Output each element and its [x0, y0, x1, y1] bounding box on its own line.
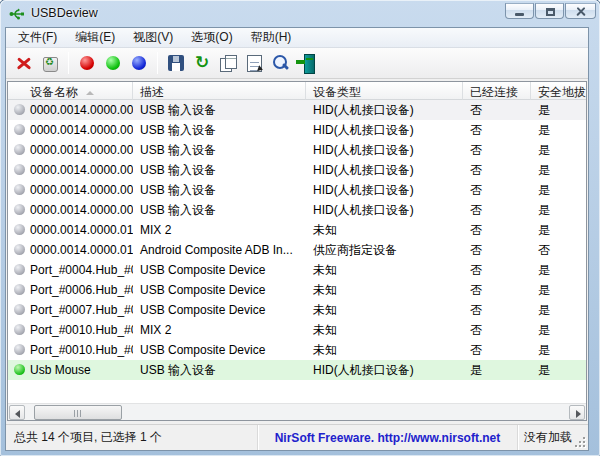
column-header-2[interactable]: 描述 [133, 82, 306, 100]
device-description-cell: USB 输入设备 [133, 360, 306, 380]
red-ball-icon[interactable] [80, 56, 94, 70]
device-name: 0000.0014.0000.004... [30, 103, 133, 117]
horizontal-scrollbar[interactable] [8, 403, 586, 420]
device-safe-unplug-cell: 是 [531, 300, 586, 320]
device-description: USB Composite Device [140, 303, 265, 317]
device-type-cell: HID(人机接口设备) [306, 180, 463, 200]
device-name: Port_#0004.Hub_#0... [30, 263, 133, 277]
properties-icon[interactable] [243, 52, 265, 74]
device-description: USB Composite Device [140, 283, 265, 297]
column-header-3[interactable]: 设备类型 [306, 82, 463, 100]
device-name: Port_#0006.Hub_#0... [30, 283, 133, 297]
save-icon[interactable] [165, 52, 187, 74]
device-safe-unplug: 是 [538, 183, 550, 197]
app-window: USBDeview 文件(F)编辑(E)视图(V)选项(O)帮助(H) ↻ 设备… [0, 0, 600, 456]
title-bar[interactable]: USBDeview [0, 0, 600, 27]
device-description: USB Composite Device [140, 263, 265, 277]
device-safe-unplug: 是 [538, 163, 550, 177]
menu-item-edit[interactable]: 编辑(E) [66, 27, 124, 49]
resize-grip[interactable] [573, 435, 587, 449]
table-row[interactable]: 0000.0014.0000.004...USB 输入设备HID(人机接口设备)… [8, 120, 586, 140]
find-icon[interactable] [269, 52, 291, 74]
device-connected-cell: 否 [463, 120, 531, 140]
close-icon [575, 6, 586, 17]
minimize-button[interactable] [505, 3, 534, 19]
uninstall-icon[interactable] [13, 52, 35, 74]
device-name: 0000.0014.0000.007... [30, 183, 133, 197]
green-ball-icon[interactable] [106, 56, 120, 70]
device-type-cell: HID(人机接口设备) [306, 160, 463, 180]
device-connected: 否 [470, 263, 482, 277]
close-button[interactable] [565, 3, 596, 19]
right-arrow-icon [576, 410, 581, 418]
left-arrow-icon [15, 410, 20, 418]
window-title: USBDeview [31, 6, 98, 20]
device-description-cell: Android Composite ADB In... [133, 240, 306, 260]
table-body: 0000.0014.0000.004...USB 输入设备HID(人机接口设备)… [8, 100, 586, 403]
device-type: HID(人机接口设备) [313, 183, 414, 197]
device-connected-cell: 否 [463, 300, 531, 320]
gray-ball-icon [14, 124, 25, 135]
device-type-cell: HID(人机接口设备) [306, 360, 463, 380]
table-row[interactable]: 0000.0014.0000.007...USB 输入设备HID(人机接口设备)… [8, 180, 586, 200]
device-connected: 否 [470, 203, 482, 217]
status-nirsoft-pane: NirSoft Freeware. http://www.nirsoft.net [258, 425, 518, 450]
table-row[interactable]: Usb MouseUSB 输入设备HID(人机接口设备)是是 [8, 360, 586, 380]
device-safe-unplug: 是 [538, 223, 550, 237]
device-safe-unplug-cell: 是 [531, 100, 586, 120]
blue-ball-icon[interactable] [132, 56, 146, 70]
device-name-cell: 0000.0014.0000.010... [8, 240, 133, 260]
device-connected: 否 [470, 303, 482, 317]
menu-item-view[interactable]: 视图(V) [124, 27, 182, 49]
column-header-label: 安全地拔出 [538, 85, 587, 99]
copy-icon[interactable] [217, 52, 239, 74]
scroll-right-button[interactable] [569, 405, 585, 420]
table-row[interactable]: Port_#0010.Hub_#0...USB Composite Device… [8, 340, 586, 360]
table-row[interactable]: 0000.0014.0000.010...Android Composite A… [8, 240, 586, 260]
column-header-1[interactable]: 设备名称 [8, 82, 133, 100]
device-description-cell: USB 输入设备 [133, 140, 306, 160]
column-header-5[interactable]: 安全地拔出 [531, 82, 587, 100]
device-name: 0000.0014.0000.006... [30, 143, 133, 157]
table-row[interactable]: 0000.0014.0000.006...USB 输入设备HID(人机接口设备)… [8, 140, 586, 160]
column-header-4[interactable]: 已经连接 [463, 82, 531, 100]
device-connected: 否 [470, 283, 482, 297]
toolbar: ↻ [6, 48, 588, 79]
gray-ball-icon [14, 264, 25, 275]
exit-icon[interactable] [295, 52, 317, 74]
device-description-cell: USB 输入设备 [133, 120, 306, 140]
nirsoft-link[interactable]: NirSoft Freeware. http://www.nirsoft.net [275, 431, 501, 445]
menu-item-help[interactable]: 帮助(H) [242, 27, 301, 49]
device-connected: 否 [470, 183, 482, 197]
table-row[interactable]: Port_#0006.Hub_#0...USB Composite Device… [8, 280, 586, 300]
maximize-button[interactable] [535, 3, 564, 19]
refresh-icon[interactable]: ↻ [191, 52, 213, 74]
device-name-cell: Port_#0007.Hub_#0... [8, 300, 133, 320]
device-name-cell: 0000.0014.0000.006... [8, 160, 133, 180]
device-type: 未知 [313, 283, 337, 297]
gray-ball-icon [14, 244, 25, 255]
table-row[interactable]: 0000.0014.0000.007...USB 输入设备HID(人机接口设备)… [8, 200, 586, 220]
device-name-cell: 0000.0014.0000.004... [8, 100, 133, 120]
table-row[interactable]: 0000.0014.0000.006...USB 输入设备HID(人机接口设备)… [8, 160, 586, 180]
menu-item-options[interactable]: 选项(O) [182, 27, 241, 49]
gray-ball-icon [14, 304, 25, 315]
scrollbar-thumb[interactable] [34, 405, 122, 420]
table-row[interactable]: Port_#0007.Hub_#0...USB Composite Device… [8, 300, 586, 320]
menu-item-file[interactable]: 文件(F) [9, 27, 66, 49]
device-name-cell: Port_#0010.Hub_#0... [8, 320, 133, 340]
table-row[interactable]: Port_#0004.Hub_#0...USB Composite Device… [8, 260, 586, 280]
table-row[interactable]: 0000.0014.0000.010...MIX 2未知否是 [8, 220, 586, 240]
device-safe-unplug-cell: 是 [531, 360, 586, 380]
device-type: HID(人机接口设备) [313, 163, 414, 177]
device-name-cell: 0000.0014.0000.010... [8, 220, 133, 240]
trash-icon[interactable] [39, 52, 61, 74]
maximize-icon [546, 8, 555, 16]
device-description-cell: MIX 2 [133, 320, 306, 340]
device-name-cell: Usb Mouse [8, 360, 133, 380]
table-row[interactable]: Port_#0010.Hub_#0...MIX 2未知否是 [8, 320, 586, 340]
table-row[interactable]: 0000.0014.0000.004...USB 输入设备HID(人机接口设备)… [8, 100, 586, 120]
device-connected: 否 [470, 323, 482, 337]
device-connected: 是 [470, 363, 482, 377]
scroll-left-button[interactable] [9, 405, 25, 420]
